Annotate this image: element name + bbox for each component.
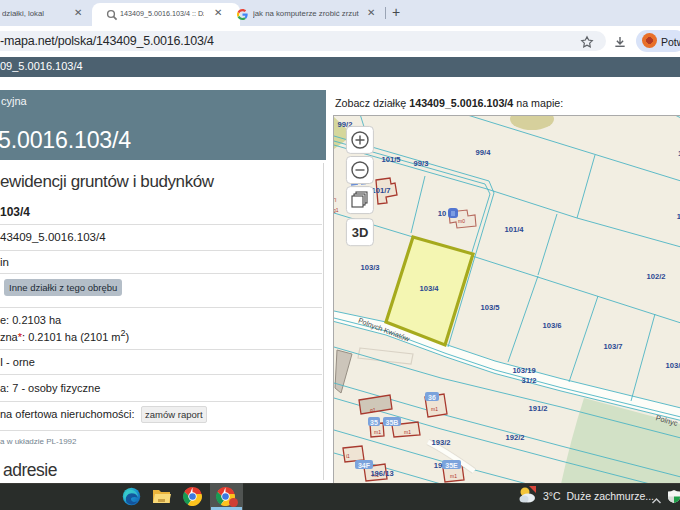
svg-text:196/13: 196/13 <box>370 469 393 478</box>
svg-text:m1: m1 <box>374 429 381 435</box>
svg-text:34F: 34F <box>358 462 371 469</box>
svg-text:103/4: 103/4 <box>419 284 439 293</box>
svg-text:103/7: 103/7 <box>603 342 622 351</box>
svg-text:m0: m0 <box>458 218 465 224</box>
svg-text:10: 10 <box>438 209 446 218</box>
svg-text:35B: 35B <box>386 419 399 426</box>
svg-text:m1: m1 <box>431 406 438 412</box>
svg-text:99/3: 99/3 <box>414 159 429 168</box>
svg-text:m1: m1 <box>404 429 411 435</box>
svg-text:g1: g1 <box>370 407 376 413</box>
svg-text:99/4: 99/4 <box>476 148 492 157</box>
svg-text:103/5: 103/5 <box>480 303 500 312</box>
svg-text:31/2: 31/2 <box>522 376 537 385</box>
svg-text:103/8: 103/8 <box>665 361 680 370</box>
svg-text:102/2: 102/2 <box>646 272 665 281</box>
svg-text:103/19: 103/19 <box>512 366 535 375</box>
svg-text:3D: 3D <box>352 225 369 240</box>
svg-text:35: 35 <box>370 419 378 426</box>
svg-text:19: 19 <box>434 461 442 470</box>
svg-text:101/4: 101/4 <box>504 225 524 234</box>
svg-text:193/2: 193/2 <box>431 438 450 447</box>
svg-text:g1: g1 <box>334 207 339 213</box>
svg-text:103/3: 103/3 <box>360 263 379 272</box>
svg-text:101/5: 101/5 <box>381 155 401 164</box>
svg-text:36: 36 <box>428 394 436 401</box>
svg-text:191/2: 191/2 <box>528 404 547 413</box>
svg-text:103/6: 103/6 <box>542 321 561 330</box>
svg-text:101/7: 101/7 <box>371 186 390 195</box>
svg-text:35E: 35E <box>445 462 458 469</box>
svg-text:i1: i1 <box>346 453 350 459</box>
svg-text:m1: m1 <box>450 473 457 479</box>
svg-text:192/2: 192/2 <box>505 433 524 442</box>
svg-text:TI: TI <box>334 197 336 203</box>
